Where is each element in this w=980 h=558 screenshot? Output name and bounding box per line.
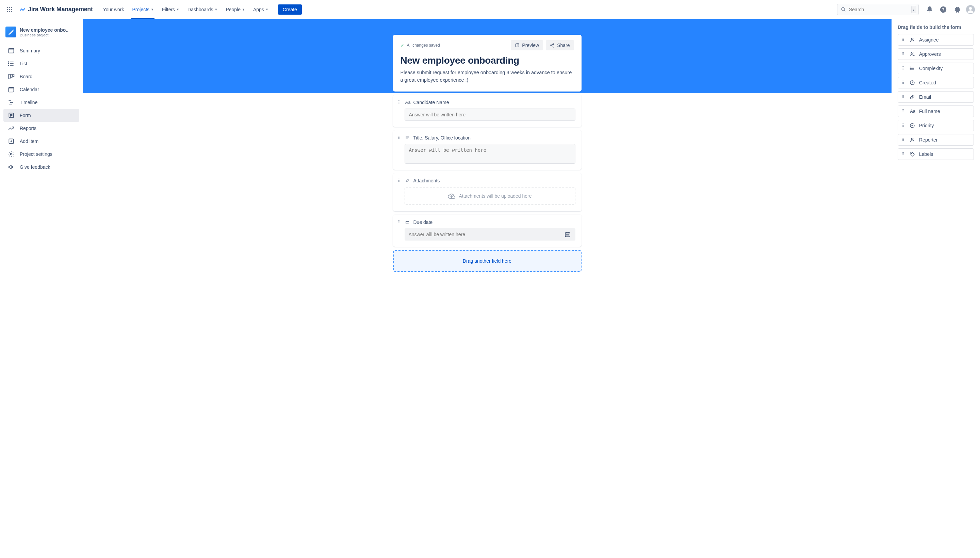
calendar-icon <box>8 86 15 93</box>
drag-handle-icon[interactable]: ⠿ <box>398 220 402 225</box>
date-input <box>405 228 575 241</box>
drag-handle-icon: ⠿ <box>901 95 906 99</box>
svg-point-69 <box>910 69 910 70</box>
help-icon[interactable]: ? <box>938 4 949 15</box>
form-field-candidate-name[interactable]: ⠿ Aa Candidate Name <box>393 95 581 127</box>
chevron-down-icon: ▼ <box>215 8 218 11</box>
nav-projects[interactable]: Projects▼ <box>129 0 157 19</box>
drag-field-priority[interactable]: ⠿ Priority <box>898 120 974 131</box>
project-header[interactable]: New employee onbo.. Business project <box>3 25 79 42</box>
text-field-icon: Aa <box>405 100 411 105</box>
profile-avatar[interactable] <box>965 4 976 15</box>
form-title[interactable]: New employee onboarding <box>401 55 574 66</box>
timeline-icon <box>8 99 15 106</box>
svg-point-63 <box>913 53 914 54</box>
list-icon <box>8 60 15 67</box>
share-button[interactable]: Share <box>546 40 574 50</box>
form-field-attachments[interactable]: ⠿ Attachments Attachments will be upload… <box>393 173 581 211</box>
sidebar-item-list[interactable]: List <box>3 57 79 70</box>
drag-handle-icon: ⠿ <box>901 38 906 42</box>
chevron-down-icon: ▼ <box>176 8 179 11</box>
sidebar-item-summary[interactable]: Summary <box>3 44 79 57</box>
drag-handle-icon[interactable]: ⠿ <box>398 135 402 140</box>
sidebar-item-form[interactable]: Form <box>3 109 79 122</box>
field-drop-target[interactable]: Drag another field here <box>393 250 581 272</box>
form-icon <box>8 112 15 119</box>
search-input[interactable]: / <box>837 4 919 15</box>
drag-handle-icon: ⠿ <box>901 152 906 156</box>
calendar-icon <box>560 231 575 238</box>
sidebar-item-calendar[interactable]: Calendar <box>3 83 79 96</box>
svg-point-61 <box>911 38 913 40</box>
svg-point-59 <box>567 235 568 235</box>
svg-point-62 <box>911 53 912 54</box>
nav-dashboards[interactable]: Dashboards▼ <box>184 0 221 19</box>
sidebar-item-reports[interactable]: Reports <box>3 122 79 135</box>
nav-people[interactable]: People▼ <box>222 0 248 19</box>
svg-point-9 <box>842 8 845 11</box>
svg-point-43 <box>553 43 554 44</box>
product-logo[interactable]: Jira Work Management <box>16 6 95 13</box>
attachment-dropzone: Attachments will be uploaded here <box>405 187 575 205</box>
drag-handle-icon[interactable]: ⠿ <box>398 178 402 183</box>
list-bullet-icon <box>909 66 916 71</box>
drag-field-labels[interactable]: ⠿ Labels <box>898 148 974 160</box>
share-icon <box>550 43 555 48</box>
chevron-down-icon: ▼ <box>151 8 154 11</box>
board-icon <box>8 73 15 80</box>
drag-field-email[interactable]: ⠿ Email <box>898 91 974 103</box>
person-icon <box>909 137 916 143</box>
gear-icon <box>8 151 15 158</box>
drag-field-reporter[interactable]: ⠿ Reporter <box>898 134 974 146</box>
svg-point-22 <box>8 65 9 66</box>
settings-icon[interactable] <box>951 4 962 15</box>
sidebar-item-feedback[interactable]: Give feedback <box>3 161 79 174</box>
svg-point-6 <box>7 11 8 12</box>
jira-logo-icon <box>19 6 26 13</box>
nav-filters[interactable]: Filters▼ <box>159 0 183 19</box>
svg-point-2 <box>11 7 12 8</box>
svg-line-47 <box>552 46 553 46</box>
drag-field-fullname[interactable]: ⠿ Aa Full name <box>898 105 974 117</box>
drag-handle-icon[interactable]: ⠿ <box>398 100 402 105</box>
summary-icon <box>8 47 15 54</box>
svg-point-40 <box>11 153 12 155</box>
sidebar-item-settings[interactable]: Project settings <box>3 148 79 161</box>
drag-handle-icon: ⠿ <box>901 80 906 85</box>
external-link-icon <box>515 43 520 48</box>
form-description[interactable]: Please submit request for employee onboa… <box>401 69 574 84</box>
check-icon: ✓ <box>401 43 404 48</box>
sidebar-item-timeline[interactable]: Timeline <box>3 96 79 109</box>
save-status: ✓ All changes saved <box>401 43 440 48</box>
app-switcher-icon[interactable] <box>4 4 15 15</box>
svg-line-10 <box>844 10 845 11</box>
svg-rect-24 <box>11 74 12 77</box>
drag-field-created[interactable]: ⠿ Created <box>898 77 974 89</box>
sidebar-item-board[interactable]: Board <box>3 70 79 83</box>
notifications-icon[interactable] <box>924 4 935 15</box>
nav-your-work[interactable]: Your work <box>100 0 128 19</box>
product-name: Jira Work Management <box>28 6 93 13</box>
cloud-upload-icon <box>448 192 455 200</box>
svg-line-46 <box>552 44 553 45</box>
drag-field-approvers[interactable]: ⠿ Approvers <box>898 48 974 60</box>
svg-rect-26 <box>9 87 14 92</box>
form-field-title-salary[interactable]: ⠿ Title, Salary, Office location <box>393 130 581 170</box>
chevron-down-icon: ▼ <box>266 8 269 11</box>
reports-icon <box>8 125 15 132</box>
svg-point-7 <box>9 11 10 12</box>
svg-rect-23 <box>9 74 10 79</box>
form-field-due-date[interactable]: ⠿ Due date <box>393 215 581 247</box>
svg-point-14 <box>969 7 972 10</box>
create-button[interactable]: Create <box>278 5 302 15</box>
svg-point-44 <box>551 44 552 46</box>
drag-field-assignee[interactable]: ⠿ Assignee <box>898 34 974 46</box>
nav-apps[interactable]: Apps▼ <box>250 0 272 19</box>
sidebar-item-add[interactable]: Add item <box>3 135 79 148</box>
project-name: New employee onbo.. <box>20 27 68 33</box>
drag-field-complexity[interactable]: ⠿ Complexity <box>898 62 974 74</box>
svg-point-73 <box>911 153 912 153</box>
search-shortcut-badge: / <box>911 6 916 13</box>
preview-button[interactable]: Preview <box>511 40 543 50</box>
field-textarea <box>405 144 575 164</box>
